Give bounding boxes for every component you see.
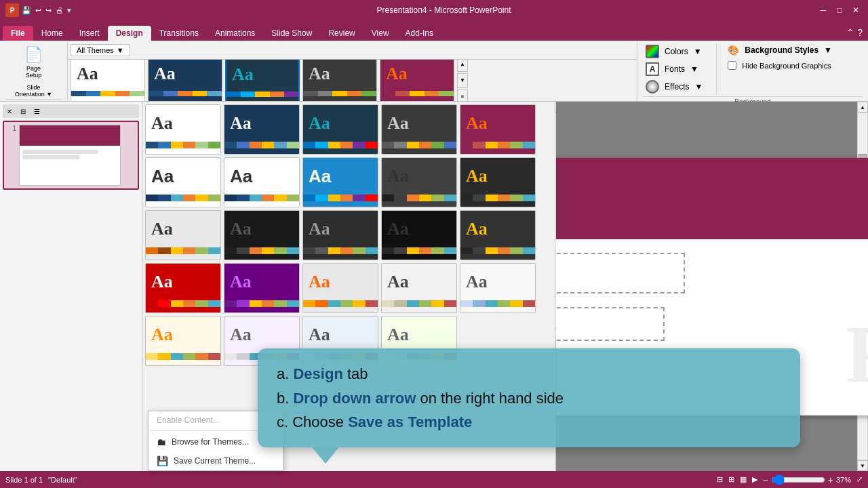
slide-thumb-1[interactable]: 1	[3, 121, 139, 190]
close-button[interactable]: ✕	[849, 3, 863, 17]
theme-grid-item-12[interactable]: Aa	[224, 210, 300, 260]
theme-grid-item-18[interactable]: Aa	[302, 263, 378, 313]
theme-options: Colors ▼ A Fonts ▼ Effects ▼	[643, 43, 705, 95]
theme-grid-item-19[interactable]: Aa	[381, 263, 457, 313]
canvas-scroll-up[interactable]: ▲	[857, 102, 868, 113]
zoom-out-button[interactable]: −	[763, 474, 768, 485]
outline-view-icon[interactable]: ☰	[31, 106, 42, 117]
theme-grid-item-1[interactable]: Aa	[145, 104, 221, 155]
themes-scroll-down[interactable]: ▼	[457, 73, 468, 88]
theme-grid-item-9[interactable]: Aa	[381, 157, 457, 207]
theme-item-4[interactable]: Aa	[302, 60, 377, 101]
theme-grid-item-17[interactable]: Aa	[224, 263, 300, 313]
fit-window-icon[interactable]: ⤢	[856, 475, 863, 484]
powerpoint-icon: P	[5, 3, 19, 17]
ribbon-group-page-setup: 📄 PageSetup SlideOrientation ▼ Page Setu…	[0, 41, 68, 101]
view-slide-sorter-icon[interactable]: ⊞	[728, 475, 734, 484]
slide-thumbnail	[19, 125, 121, 186]
themes-scroll-up[interactable]: ▲	[457, 60, 468, 72]
callout-text: a. Design tab b. Drop down arrow on the …	[277, 362, 781, 434]
status-bar: Slide 1 of 1 "Default" ⊟ ⊞ ▦ ▶ − + 37% ⤢	[0, 471, 868, 488]
window-controls: ─ □ ✕	[816, 3, 863, 17]
view-slideshow-icon[interactable]: ▶	[752, 475, 757, 484]
slide-view-icon[interactable]: ⊟	[18, 106, 28, 117]
callout-line-2: b. Drop down arrow on the right hand sid…	[277, 386, 781, 410]
subtitle-placeholder[interactable]	[556, 307, 665, 341]
theme-grid-item-7[interactable]: Aa	[224, 157, 300, 207]
theme-grid-item-4[interactable]: Aa	[381, 104, 457, 155]
theme-grid-item-13[interactable]: Aa	[302, 210, 378, 260]
tab-animations[interactable]: Animations	[207, 26, 263, 41]
dropdown-item-save-theme[interactable]: 💾 Save Current Theme...	[149, 451, 283, 470]
tab-transitions[interactable]: Transitions	[151, 26, 207, 41]
tab-review[interactable]: Review	[320, 26, 363, 41]
theme-item-2[interactable]: Aa	[148, 60, 222, 101]
zoom-control: − + 37%	[763, 474, 851, 485]
tab-file[interactable]: File	[3, 26, 33, 41]
effects-icon	[646, 80, 659, 94]
slide-orientation-button[interactable]: SlideOrientation ▼	[12, 83, 55, 99]
theme-grid-item-8[interactable]: Aa	[302, 157, 378, 207]
canvas-scroll-down[interactable]: ▼	[857, 460, 868, 471]
view-normal-icon[interactable]: ⊟	[717, 475, 723, 484]
theme-grid-item-5[interactable]: Aa	[460, 104, 536, 155]
background-styles-label: Background Styles	[745, 45, 818, 55]
callout-bold-2: Drop down arrow	[293, 390, 416, 407]
redo-icon[interactable]: ↪	[45, 6, 52, 15]
callout-line-3: c. Choose Save as Template	[277, 410, 781, 434]
theme-item-1[interactable]: Aa	[71, 60, 145, 101]
all-themes-button[interactable]: All Themes ▼	[71, 44, 130, 56]
title-placeholder[interactable]	[556, 253, 685, 293]
themes-row: Aa Aa Aa Aa Aa ▲ ▼ ≡	[68, 60, 637, 101]
hide-background-checkbox[interactable]	[728, 61, 736, 70]
zoom-in-button[interactable]: +	[828, 474, 833, 485]
browse-themes-icon: 🖿	[157, 436, 166, 447]
colors-button[interactable]: Colors ▼	[643, 43, 705, 60]
tab-slideshow[interactable]: Slide Show	[263, 26, 320, 41]
help-icon[interactable]: ?	[857, 27, 863, 38]
hide-background-label: Hide Background Graphics	[742, 62, 831, 70]
maximize-button[interactable]: □	[833, 3, 846, 17]
page-setup-button[interactable]: 📄 PageSetup	[20, 43, 47, 81]
save-theme-icon: 💾	[157, 455, 168, 466]
effects-dropdown-arrow: ▼	[694, 82, 703, 92]
background-styles-button[interactable]: 🎨 Background Styles ▼	[725, 43, 835, 57]
fonts-dropdown-arrow: ▼	[690, 64, 698, 74]
theme-grid-item-21[interactable]: Aa	[145, 316, 221, 366]
theme-grid-item-20[interactable]: Aa	[460, 263, 536, 313]
quick-access-toolbar: 💾 ↩ ↪ 🖨 ▾	[22, 6, 71, 15]
theme-item-5[interactable]: Aa	[380, 60, 454, 101]
theme-grid-item-15[interactable]: Aa	[460, 210, 536, 260]
theme-grid-item-2[interactable]: Aa	[224, 104, 300, 155]
tab-view[interactable]: View	[363, 26, 397, 41]
callout-bold-3: Save as Template	[348, 413, 472, 430]
status-left: Slide 1 of 1 "Default"	[5, 476, 77, 484]
collapse-ribbon-icon[interactable]: ⌃	[846, 27, 854, 38]
fonts-button[interactable]: A Fonts ▼	[643, 61, 705, 77]
tab-design[interactable]: Design	[108, 26, 151, 41]
print-icon[interactable]: 🖨	[56, 6, 63, 14]
slide-panel-toolbar: ✕ ⊟ ☰	[3, 104, 139, 118]
theme-grid-item-11[interactable]: Aa	[145, 210, 221, 260]
theme-grid-item-10[interactable]: Aa	[460, 157, 536, 207]
theme-grid-item-6[interactable]: Aa	[145, 157, 221, 207]
status-right: ⊟ ⊞ ▦ ▶ − + 37% ⤢	[717, 474, 863, 485]
theme-item-3[interactable]: Aa	[225, 60, 300, 101]
effects-button[interactable]: Effects ▼	[643, 79, 705, 95]
close-slide-panel[interactable]: ✕	[4, 106, 15, 117]
undo-icon[interactable]: ↩	[35, 6, 41, 15]
tab-home[interactable]: Home	[33, 26, 71, 41]
tab-addins[interactable]: Add-Ins	[397, 26, 441, 41]
save-icon[interactable]: 💾	[22, 6, 31, 15]
view-reading-icon[interactable]: ▦	[740, 475, 747, 484]
minimize-button[interactable]: ─	[816, 3, 830, 17]
hide-background-graphics-row: Hide Background Graphics	[725, 60, 835, 71]
theme-grid-item-3[interactable]: Aa	[302, 104, 378, 155]
theme-grid-item-16[interactable]: Aa	[145, 263, 221, 313]
zoom-slider[interactable]	[771, 474, 825, 485]
themes-more[interactable]: ≡	[457, 89, 468, 102]
theme-grid-item-14[interactable]: Aa	[381, 210, 457, 260]
tab-insert[interactable]: Insert	[71, 26, 108, 41]
slide-thumb-content	[20, 146, 120, 163]
callout-bubble: a. Design tab b. Drop down arrow on the …	[258, 348, 800, 447]
